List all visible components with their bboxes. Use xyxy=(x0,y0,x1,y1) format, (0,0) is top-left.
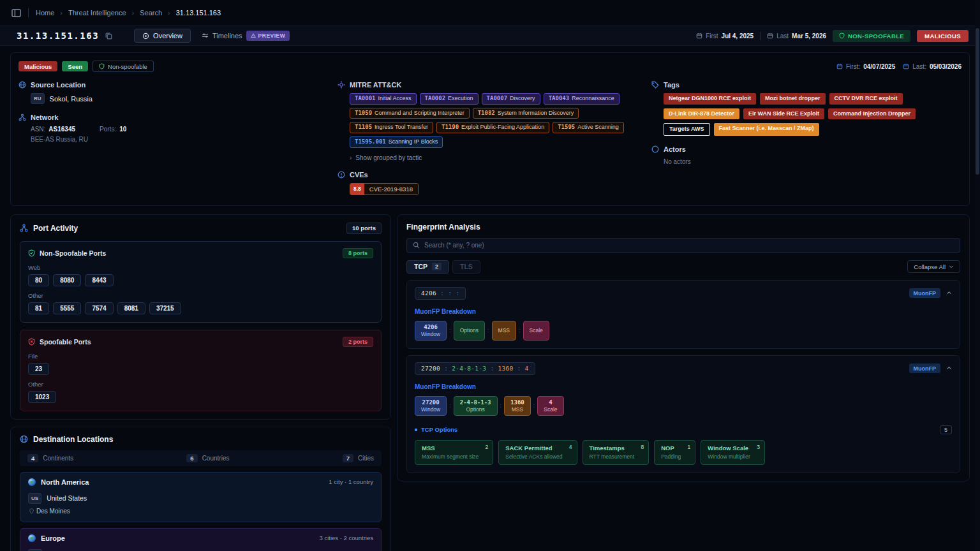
breadcrumb-home[interactable]: Home xyxy=(36,9,54,17)
last-seen-date: Last Mar 5, 2026 xyxy=(767,33,826,40)
port-group-label: Web xyxy=(28,264,373,271)
mitre-technique-chip[interactable]: TA0002 Execution xyxy=(420,93,479,105)
shield-check-icon xyxy=(28,249,35,257)
title-bar-meta: First Jul 4, 2025 Last Mar 5, 2026 NON-S… xyxy=(696,30,969,42)
tag-chip[interactable]: D-Link DIR-878 Detector xyxy=(664,108,739,120)
tag-chip[interactable]: CCTV DVR RCE exploit xyxy=(829,93,903,105)
globe-icon xyxy=(19,81,26,89)
muonfp-badge[interactable]: MuonFP xyxy=(909,364,941,373)
breakdown-chip: 27200 Window xyxy=(415,396,447,416)
tag-chip[interactable]: Targets AWS xyxy=(664,123,710,136)
port-chip[interactable]: 23 xyxy=(28,363,49,375)
tcp-options-toggle[interactable]: TCP Options xyxy=(415,426,457,433)
calendar-icon xyxy=(836,63,843,70)
overview-icon xyxy=(142,33,149,40)
chevron-right-icon: › xyxy=(350,154,352,161)
last-date: Last: 05/03/2026 xyxy=(903,63,961,70)
chevron-up-icon[interactable] xyxy=(946,290,952,296)
mitre-technique-chip[interactable]: T1105 Ingress Tool Transfer xyxy=(350,122,433,133)
cities-stat: 7 Cities xyxy=(343,454,374,462)
mitre-technique-chip[interactable]: T1190 Exploit Public-Facing Application xyxy=(436,122,549,133)
breakdown-separator: : xyxy=(519,327,521,334)
tag-chip[interactable]: Netgear DGN1000 RCE exploit xyxy=(664,93,756,105)
tab-tcp[interactable]: TCP 2 xyxy=(406,260,449,274)
sidebar-toggle-icon[interactable] xyxy=(11,9,21,17)
tcp-options-list: MSS Maximum segment size 2 SACK Permitte… xyxy=(415,440,952,465)
no-actors-text: No actors xyxy=(664,158,691,165)
port-chip[interactable]: 5555 xyxy=(53,302,81,314)
tcp-option-card: SACK Permitted Selective ACKs allowed 4 xyxy=(498,440,577,465)
show-grouped-by-tactic-link[interactable]: › Show grouped by tactic xyxy=(350,154,651,161)
search-input[interactable] xyxy=(424,242,954,249)
globe-americas-icon xyxy=(28,478,36,486)
breakdown-chip: 2-4-8-1-3 Options xyxy=(454,396,498,416)
port-chip[interactable]: 7574 xyxy=(85,302,113,314)
tab-timelines[interactable]: Timelines PREVIEW xyxy=(193,27,298,44)
mitre-technique-chip[interactable]: T1595.001 Scanning IP Blocks xyxy=(350,136,443,148)
port-chip[interactable]: 8443 xyxy=(85,274,113,286)
summary-right-column: Tags Netgear DGN1000 RCE exploit Mozi bo… xyxy=(651,75,961,195)
tab-tls[interactable]: TLS xyxy=(452,260,480,274)
fingerprint-entry: 27200 : 2-4-8-1-3 : 1360 : 4 MuonFP Muon… xyxy=(406,355,960,473)
fingerprint-value: 4206 : : : xyxy=(415,287,466,300)
tag-chip[interactable]: Fast Scanner (i.e. Masscan / ZMap) xyxy=(714,123,819,136)
breakdown-separator: : xyxy=(449,327,451,334)
page-scrollbar[interactable] xyxy=(975,0,980,551)
fingerprint-segment: 1360 xyxy=(498,365,513,372)
non-spoofable-ports-card: Non-Spoofable Ports 8 ports Web 80808084… xyxy=(20,241,382,323)
ports-label: Ports: xyxy=(100,126,116,133)
destination-locations-title: Destination Locations xyxy=(33,435,113,444)
mitre-technique-chip[interactable]: T1082 System Information Discovery xyxy=(473,108,579,119)
fingerprint-segment: 4206 xyxy=(421,290,436,297)
tcp-count-badge: 2 xyxy=(432,263,442,270)
breakdown-chip-list: 4206 Window : Options : MSS : xyxy=(415,321,952,341)
fingerprint-entry: 4206 : : : MuonFP MuonFP Breakdown 4206 … xyxy=(406,280,960,349)
tag-chip[interactable]: Eir WAN Side RCE Exploit xyxy=(743,108,824,120)
mitre-technique-chip[interactable]: TA0001 Initial Access xyxy=(350,93,417,105)
network-icon xyxy=(19,114,26,121)
cve-pill[interactable]: 8.8 CVE-2019-8318 xyxy=(350,183,419,195)
copy-icon[interactable] xyxy=(105,33,112,40)
preview-badge: PREVIEW xyxy=(246,31,290,41)
port-chip[interactable]: 8080 xyxy=(53,274,81,286)
tcp-option-count: 8 xyxy=(641,444,644,450)
tcp-option-count: 2 xyxy=(486,444,489,450)
mitre-technique-chip[interactable]: T1595 Active Scanning xyxy=(553,122,624,133)
summary-left-column: Source Location RU Sokol, Russia Network… xyxy=(19,75,338,195)
first-seen-date: First Jul 4, 2025 xyxy=(696,33,754,40)
port-chip[interactable]: 81 xyxy=(28,302,49,314)
tag-chip[interactable]: Command Injection Dropper xyxy=(828,108,916,120)
breakdown-chip: Options xyxy=(454,321,485,341)
summary-middle-column: MITRE ATT&CK TA0001 Initial Access TA000… xyxy=(338,75,651,195)
summary-dates: First: 04/07/2025 Last: 05/03/2026 xyxy=(651,58,961,75)
tcp-option-card: Window Scale Window multiplier 3 xyxy=(701,440,765,465)
view-tabs: Overview Timelines PREVIEW xyxy=(134,27,298,44)
breadcrumb-current-ip: 31.13.151.163 xyxy=(176,9,221,17)
tcp-option-card: NOP Padding 1 xyxy=(654,440,695,465)
muonfp-breakdown-link[interactable]: MuonFP Breakdown xyxy=(415,383,952,390)
tag-chip[interactable]: Mozi botnet dropper xyxy=(760,93,826,105)
non-spoofable-ports-title: Non-Spoofable Ports xyxy=(40,249,106,257)
fingerprint-search[interactable] xyxy=(406,238,960,253)
port-chip[interactable]: 37215 xyxy=(149,302,181,314)
chevron-up-icon[interactable] xyxy=(946,365,952,371)
ports-count: 10 xyxy=(119,126,126,133)
mitre-technique-chip[interactable]: TA0007 Discovery xyxy=(482,93,540,105)
network-section: Network xyxy=(19,114,338,121)
port-chip[interactable]: 1023 xyxy=(28,391,56,403)
breadcrumb-threat-intelligence[interactable]: Threat Intelligence xyxy=(68,9,126,17)
port-chip[interactable]: 80 xyxy=(28,274,49,286)
mitre-technique-chip[interactable]: T1059 Command and Scripting Interpreter xyxy=(350,108,470,119)
breadcrumb-search[interactable]: Search xyxy=(140,9,162,17)
mitre-technique-chip[interactable]: TA0043 Reconnaissance xyxy=(544,93,620,105)
first-date: First: 04/07/2025 xyxy=(836,63,895,70)
muonfp-badge[interactable]: MuonFP xyxy=(909,288,941,298)
muonfp-breakdown-link[interactable]: MuonFP Breakdown xyxy=(415,308,952,315)
chevron-right-icon: › xyxy=(60,9,63,17)
tcp-option-card: Timestamps RTT measurement 8 xyxy=(583,440,650,465)
port-chip[interactable]: 8081 xyxy=(117,302,145,314)
scrollbar-thumb[interactable] xyxy=(976,28,979,175)
non-spoofable-badge: NON-SPOOFABLE xyxy=(833,30,910,42)
tab-overview[interactable]: Overview xyxy=(134,29,191,43)
collapse-all-button[interactable]: Collapse All xyxy=(907,260,960,273)
